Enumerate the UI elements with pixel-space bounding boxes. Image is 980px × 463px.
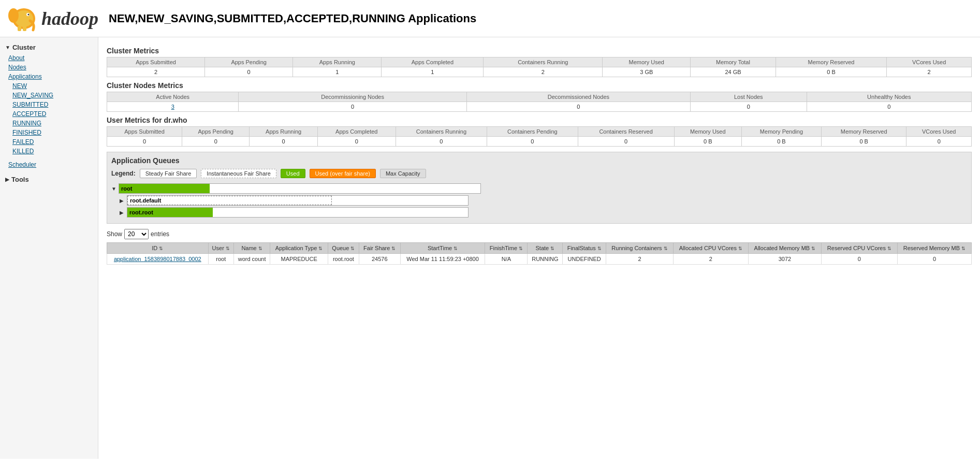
queue-row-root-root: ▶ root.root xyxy=(111,207,967,218)
cm-h5: Memory Used xyxy=(603,57,691,67)
app-th-user[interactable]: User ⇅ xyxy=(208,243,233,254)
sort-running-containers-icon: ⇅ xyxy=(664,246,668,251)
sidebar-item-killed[interactable]: KILLED xyxy=(0,147,98,156)
queue-root-default-bar-container: root.default xyxy=(127,195,469,206)
um-v0: 0 xyxy=(107,137,182,147)
queues-section: Application Queues Legend: Steady Fair S… xyxy=(107,152,972,224)
cnm-h2: Decommissioned Nodes xyxy=(466,92,690,102)
app-row0-start-time: Wed Mar 11 11:59:23 +0800 xyxy=(400,254,485,265)
app-th-finish-time[interactable]: FinishTime ⇅ xyxy=(485,243,528,254)
tools-section-header[interactable]: ▶ Tools xyxy=(0,173,98,185)
sort-app-type-icon: ⇅ xyxy=(318,246,323,251)
app-th-reserved-mem[interactable]: Reserved Memory MB ⇅ xyxy=(897,243,971,254)
queue-root-label: root xyxy=(121,185,132,192)
logo: hadoop xyxy=(8,4,98,33)
queue-root-root-bar-container: root.root xyxy=(127,207,469,218)
um-h3: Apps Completed xyxy=(317,127,396,137)
content-area: Cluster Metrics Apps Submitted Apps Pend… xyxy=(98,37,980,459)
sidebar-item-about[interactable]: About xyxy=(0,53,98,63)
user-metrics-title: User Metrics for dr.who xyxy=(107,116,972,124)
app-th-name[interactable]: Name ⇅ xyxy=(233,243,270,254)
um-v1: 0 xyxy=(182,137,250,147)
sidebar-item-applications[interactable]: Applications xyxy=(0,72,98,81)
cnm-h4: Unhealthy Nodes xyxy=(807,92,971,102)
sort-reserved-mem-icon: ⇅ xyxy=(961,246,966,251)
cluster-metrics-title: Cluster Metrics xyxy=(107,47,972,55)
um-v2: 0 xyxy=(250,137,317,147)
sort-final-status-icon: ⇅ xyxy=(597,246,602,251)
app-th-queue[interactable]: Queue ⇅ xyxy=(328,243,359,254)
app-th-start-time[interactable]: StartTime ⇅ xyxy=(400,243,485,254)
cnm-v0[interactable]: 3 xyxy=(107,102,239,112)
um-h2: Apps Running xyxy=(250,127,317,137)
cnm-h1: Decommissioning Nodes xyxy=(239,92,466,102)
sort-start-time-icon: ⇅ xyxy=(454,246,458,251)
um-h4: Containers Running xyxy=(396,127,487,137)
um-v3: 0 xyxy=(317,137,396,147)
app-row0-final-status: UNDEFINED xyxy=(563,254,606,265)
queue-root-root-toggle[interactable]: ▶ xyxy=(120,210,127,215)
app-th-reserved-cpu[interactable]: Reserved CPU VCores ⇅ xyxy=(821,243,897,254)
cnm-v4: 0 xyxy=(807,102,971,112)
queue-root-default-label: root.default xyxy=(130,197,162,204)
legend-instantaneous-fair-share: Instantaneous Fair Share xyxy=(201,169,276,178)
legend-label: Legend: xyxy=(111,170,136,177)
app-row0-id[interactable]: application_1583898017883_0002 xyxy=(107,254,209,265)
sidebar-item-failed[interactable]: FAILED xyxy=(0,137,98,147)
queues-title: Application Queues xyxy=(111,156,967,165)
table-row: application_1583898017883_0002 root word… xyxy=(107,254,972,265)
queue-root-root-bar: root.root xyxy=(127,208,213,217)
app-table: ID ⇅ User ⇅ Name ⇅ Application Type ⇅ xyxy=(107,242,972,265)
tools-arrow-icon: ▶ xyxy=(5,177,9,182)
main-layout: ▼ Cluster About Nodes Applications NEW N… xyxy=(0,37,980,459)
sidebar-item-submitted[interactable]: SUBMITTED xyxy=(0,100,98,109)
queue-row-root: ▼ root xyxy=(111,183,967,194)
legend-used: Used xyxy=(281,169,305,178)
cluster-section-header[interactable]: ▼ Cluster xyxy=(0,41,98,53)
show-entries-select[interactable]: 10 20 25 50 100 xyxy=(124,229,149,239)
um-v4: 0 xyxy=(396,137,487,147)
app-row0-running-containers: 2 xyxy=(606,254,674,265)
cm-v1: 0 xyxy=(205,67,293,77)
um-v8: 0 B xyxy=(742,137,822,147)
app-th-running-containers[interactable]: Running Containers ⇅ xyxy=(606,243,674,254)
cm-v3: 1 xyxy=(382,67,484,77)
app-th-alloc-mem[interactable]: Allocated Memory MB ⇅ xyxy=(748,243,821,254)
sidebar-item-nodes[interactable]: Nodes xyxy=(0,63,98,72)
queue-root-bar-container: root xyxy=(119,183,481,194)
cluster-arrow-icon: ▼ xyxy=(5,45,10,50)
queue-root-default-toggle[interactable]: ▶ xyxy=(120,198,127,204)
cm-h2: Apps Running xyxy=(293,57,382,67)
app-row0-reserved-cpu: 0 xyxy=(821,254,897,265)
app-row0-alloc-mem: 3072 xyxy=(748,254,821,265)
show-entries-after-label: entries xyxy=(151,230,169,238)
hadoop-logo-icon xyxy=(8,4,39,33)
legend-steady-fair-share: Steady Fair Share xyxy=(140,169,197,178)
um-h8: Memory Pending xyxy=(742,127,822,137)
app-th-state[interactable]: State ⇅ xyxy=(528,243,563,254)
sidebar-item-new-saving[interactable]: NEW_SAVING xyxy=(0,91,98,100)
sidebar-item-running[interactable]: RUNNING xyxy=(0,119,98,128)
sidebar-item-accepted[interactable]: ACCEPTED xyxy=(0,109,98,119)
sidebar-item-scheduler[interactable]: Scheduler xyxy=(0,160,98,169)
svg-rect-5 xyxy=(18,26,21,31)
um-v10: 0 xyxy=(906,137,972,147)
legend-bar: Legend: Steady Fair Share Instantaneous … xyxy=(111,169,967,178)
app-th-alloc-cpu[interactable]: Allocated CPU VCores ⇅ xyxy=(673,243,748,254)
app-th-app-type[interactable]: Application Type ⇅ xyxy=(270,243,328,254)
svg-rect-6 xyxy=(23,26,26,31)
sort-queue-icon: ⇅ xyxy=(350,246,355,251)
queue-root-toggle[interactable]: ▼ xyxy=(111,186,119,192)
page-title: NEW,NEW_SAVING,SUBMITTED,ACCEPTED,RUNNIN… xyxy=(109,12,972,25)
sidebar: ▼ Cluster About Nodes Applications NEW N… xyxy=(0,37,98,459)
sidebar-item-finished[interactable]: FINISHED xyxy=(0,128,98,137)
app-th-fair-share[interactable]: Fair Share ⇅ xyxy=(359,243,400,254)
cm-v2: 1 xyxy=(293,67,382,77)
cm-h6: Memory Total xyxy=(691,57,776,67)
sidebar-item-new[interactable]: NEW xyxy=(0,81,98,91)
app-th-final-status[interactable]: FinalStatus ⇅ xyxy=(563,243,606,254)
app-row0-user: root xyxy=(208,254,233,265)
app-th-id[interactable]: ID ⇅ xyxy=(107,243,209,254)
cm-h8: VCores Used xyxy=(887,57,972,67)
app-row0-app-type: MAPREDUCE xyxy=(270,254,328,265)
